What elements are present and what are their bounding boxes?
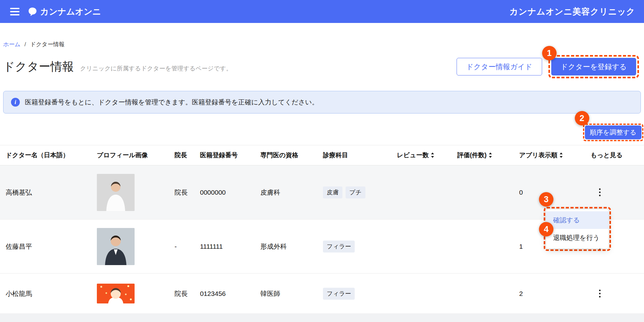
cell-departments: フィラー bbox=[323, 241, 397, 253]
cell-departments: フィラー bbox=[323, 288, 397, 300]
main-content: ホーム / ドクター情報 ドクター情報 クリニックに所属するドクターを管理するペ… bbox=[0, 23, 644, 314]
profile-photo bbox=[97, 174, 135, 211]
cell-license: 0000000 bbox=[200, 189, 260, 196]
col-header-rating[interactable]: 評価(件数) bbox=[457, 151, 519, 159]
annotation-badge-4: 4 bbox=[539, 222, 553, 236]
annotation-badge-3: 3 bbox=[539, 192, 553, 207]
cell-app-order: 0 bbox=[519, 189, 591, 196]
breadcrumb-current: ドクター情報 bbox=[30, 41, 64, 47]
col-header-reviews[interactable]: レビュー数 bbox=[397, 151, 457, 159]
annotation-box-menu: 確認する 退職処理を行う 3 4 bbox=[544, 207, 611, 251]
sort-icon bbox=[487, 152, 493, 158]
app-logo[interactable]: カンナムオンニ bbox=[28, 6, 101, 17]
row-more-icon[interactable] bbox=[592, 185, 607, 200]
table-header-row: ドクター名（日本語） プロフィール画像 院長 医籍登録番号 専門医の資格 診療科… bbox=[0, 145, 644, 165]
cell-profile-image bbox=[97, 228, 175, 265]
cell-more bbox=[591, 286, 644, 301]
annotation-badge-2: 2 bbox=[575, 111, 589, 125]
clinic-name: カンナムオンニ美容クリニック bbox=[509, 6, 635, 17]
col-header-departments: 診療科目 bbox=[323, 151, 397, 159]
menu-item-confirm[interactable]: 確認する bbox=[546, 211, 608, 229]
col-header-app-order[interactable]: アプリ表示順 bbox=[519, 151, 591, 159]
department-chip: フィラー bbox=[323, 241, 355, 253]
col-header-director: 院長 bbox=[175, 151, 200, 159]
cell-license: 0123456 bbox=[200, 290, 260, 297]
cell-app-order: 2 bbox=[519, 290, 591, 297]
sort-icon bbox=[558, 152, 564, 158]
page-title: ドクター情報 bbox=[3, 59, 74, 75]
department-chip: フィラー bbox=[323, 288, 355, 300]
logo-icon bbox=[28, 7, 37, 16]
info-icon: i bbox=[11, 98, 20, 107]
menu-icon[interactable] bbox=[9, 7, 21, 17]
breadcrumb-home-link[interactable]: ホーム bbox=[3, 41, 20, 47]
topbar-left: カンナムオンニ bbox=[9, 6, 101, 17]
col-header-reviews-label: レビュー数 bbox=[397, 151, 429, 159]
profile-photo bbox=[97, 228, 135, 265]
col-header-rating-label: 評価(件数) bbox=[457, 151, 486, 159]
header-actions: ドクター情報ガイド ドクターを登録する 1 bbox=[457, 55, 639, 78]
cell-profile-image bbox=[97, 174, 175, 211]
breadcrumb-separator: / bbox=[25, 41, 26, 47]
adjust-order-button[interactable]: 順序を調整する bbox=[585, 125, 641, 139]
col-header-specialty: 専門医の資格 bbox=[260, 151, 323, 159]
table-row: 小松龍馬 院長 0123456 韓医師 フィラー bbox=[0, 274, 644, 314]
cell-doctor-name: 高橋基弘 bbox=[6, 188, 97, 197]
cell-director: 院長 bbox=[175, 188, 200, 197]
cell-director: 院長 bbox=[175, 289, 200, 298]
cell-doctor-name: 小松龍馬 bbox=[6, 289, 97, 298]
cell-director: - bbox=[175, 243, 200, 250]
department-chip: 皮膚 bbox=[323, 186, 342, 198]
register-doctor-button[interactable]: ドクターを登録する bbox=[551, 58, 636, 75]
order-row: 順序を調整する 2 bbox=[0, 124, 643, 141]
page-subtitle: クリニックに所属するドクターを管理するページです。 bbox=[80, 64, 232, 73]
cell-specialty: 韓医師 bbox=[260, 289, 323, 298]
cell-license: 1111111 bbox=[200, 243, 260, 250]
cell-profile-image bbox=[97, 284, 175, 303]
page-header: ドクター情報 クリニックに所属するドクターを管理するページです。 ドクター情報ガ… bbox=[3, 55, 641, 78]
cell-specialty: 形成外科 bbox=[260, 242, 323, 251]
profile-illustration bbox=[97, 284, 135, 303]
menu-item-retire[interactable]: 退職処理を行う bbox=[546, 229, 608, 247]
col-header-more: もっと見る bbox=[591, 151, 644, 159]
col-header-doctor-name: ドクター名（日本語） bbox=[6, 151, 97, 159]
row-more-icon[interactable] bbox=[592, 286, 607, 301]
col-header-profile-image: プロフィール画像 bbox=[97, 151, 175, 159]
cell-departments: 皮膚 プチ bbox=[323, 186, 397, 198]
cell-more bbox=[591, 185, 644, 200]
breadcrumb: ホーム / ドクター情報 bbox=[0, 23, 644, 48]
title-wrap: ドクター情報 クリニックに所属するドクターを管理するページです。 bbox=[3, 59, 232, 75]
sort-icon bbox=[430, 152, 436, 158]
info-banner-text: 医籍登録番号をもとに、ドクター情報を管理できます。医籍登録番号を正確に入力してく… bbox=[25, 98, 319, 107]
annotation-box-order: 順序を調整する 2 bbox=[583, 124, 643, 141]
top-bar: カンナムオンニ カンナムオンニ美容クリニック bbox=[0, 0, 644, 23]
cell-specialty: 皮膚科 bbox=[260, 188, 323, 197]
row-context-menu: 確認する 退職処理を行う bbox=[546, 209, 608, 248]
doctor-guide-button[interactable]: ドクター情報ガイド bbox=[457, 58, 542, 75]
logo-text: カンナムオンニ bbox=[40, 6, 101, 17]
cell-doctor-name: 佐藤昌平 bbox=[6, 242, 97, 251]
annotation-badge-1: 1 bbox=[542, 46, 557, 60]
annotation-box-register: ドクターを登録する 1 bbox=[548, 55, 639, 78]
col-header-app-order-label: アプリ表示順 bbox=[519, 151, 557, 159]
department-chip: プチ bbox=[346, 186, 365, 198]
info-banner: i 医籍登録番号をもとに、ドクター情報を管理できます。医籍登録番号を正確に入力し… bbox=[3, 91, 641, 114]
col-header-license: 医籍登録番号 bbox=[200, 151, 260, 159]
